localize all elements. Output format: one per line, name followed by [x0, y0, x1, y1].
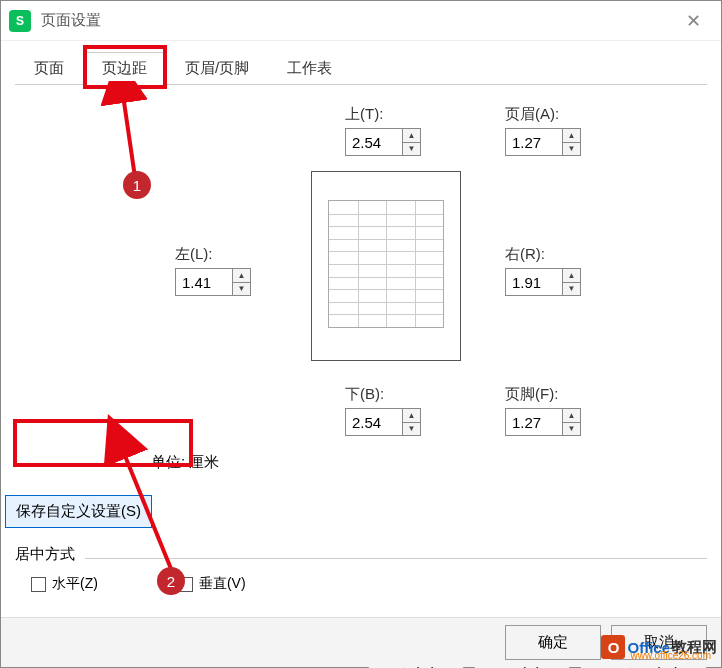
page-preview [311, 171, 461, 361]
right-input[interactable] [506, 269, 562, 295]
left-spinner[interactable]: ▲ ▼ [175, 268, 251, 296]
divider [85, 558, 707, 559]
preview-content [328, 200, 444, 328]
preview-grid [329, 201, 443, 327]
center-mode-label: 居中方式 [15, 545, 75, 568]
app-icon: S [9, 10, 31, 32]
checkbox-box-icon [31, 577, 46, 592]
right-down-icon[interactable]: ▼ [563, 283, 580, 296]
tab-page[interactable]: 页面 [15, 52, 83, 84]
header-spinner[interactable]: ▲ ▼ [505, 128, 581, 156]
header-label: 页眉(A): [505, 105, 581, 124]
close-button[interactable]: ✕ [673, 1, 713, 41]
tab-header-footer[interactable]: 页眉/页脚 [166, 52, 268, 84]
footer-down-icon[interactable]: ▼ [563, 423, 580, 436]
bottom-label: 下(B): [345, 385, 421, 404]
left-input[interactable] [176, 269, 232, 295]
dialog-title: 页面设置 [41, 11, 673, 30]
vertical-checkbox[interactable]: 垂直(V) [178, 575, 246, 593]
right-up-icon[interactable]: ▲ [563, 269, 580, 283]
top-spinner[interactable]: ▲ ▼ [345, 128, 421, 156]
footer-label: 页脚(F): [505, 385, 581, 404]
titlebar: S 页面设置 ✕ [1, 1, 721, 41]
header-down-icon[interactable]: ▼ [563, 143, 580, 156]
header-input[interactable] [506, 129, 562, 155]
right-label: 右(R): [505, 245, 581, 264]
top-input[interactable] [346, 129, 402, 155]
close-icon: ✕ [686, 10, 701, 32]
footer-up-icon[interactable]: ▲ [563, 409, 580, 423]
vertical-label: 垂直(V) [199, 575, 246, 593]
bottom-down-icon[interactable]: ▼ [403, 423, 420, 436]
tab-bar: 页面 页边距 页眉/页脚 工作表 [15, 49, 707, 85]
bottom-up-icon[interactable]: ▲ [403, 409, 420, 423]
left-down-icon[interactable]: ▼ [233, 283, 250, 296]
tab-sheet[interactable]: 工作表 [268, 52, 351, 84]
bottom-input[interactable] [346, 409, 402, 435]
dialog-footer: 确定 取消 [1, 617, 721, 667]
footer-input[interactable] [506, 409, 562, 435]
header-up-icon[interactable]: ▲ [563, 129, 580, 143]
center-mode-group: 居中方式 水平(Z) 垂直(V) [15, 545, 707, 593]
right-spinner[interactable]: ▲ ▼ [505, 268, 581, 296]
ok-button[interactable]: 确定 [505, 625, 601, 660]
save-custom-button[interactable]: 保存自定义设置(S) [5, 495, 152, 528]
margins-panel: 上(T): ▲ ▼ 页眉(A): ▲ ▼ [25, 105, 697, 465]
top-down-icon[interactable]: ▼ [403, 143, 420, 156]
top-up-icon[interactable]: ▲ [403, 129, 420, 143]
left-up-icon[interactable]: ▲ [233, 269, 250, 283]
footer-spinner[interactable]: ▲ ▼ [505, 408, 581, 436]
bottom-spinner[interactable]: ▲ ▼ [345, 408, 421, 436]
left-label: 左(L): [175, 245, 251, 264]
checkbox-box-icon [178, 577, 193, 592]
dialog-window: S 页面设置 ✕ 页面 页边距 页眉/页脚 工作表 上(T): ▲ ▼ [0, 0, 722, 668]
cancel-button[interactable]: 取消 [611, 625, 707, 660]
content-area: 上(T): ▲ ▼ 页眉(A): ▲ ▼ [1, 85, 721, 485]
horizontal-label: 水平(Z) [52, 575, 98, 593]
unit-label: 单位: 厘米 [151, 453, 219, 472]
tab-margins[interactable]: 页边距 [83, 52, 166, 85]
top-label: 上(T): [345, 105, 421, 124]
horizontal-checkbox[interactable]: 水平(Z) [31, 575, 98, 593]
